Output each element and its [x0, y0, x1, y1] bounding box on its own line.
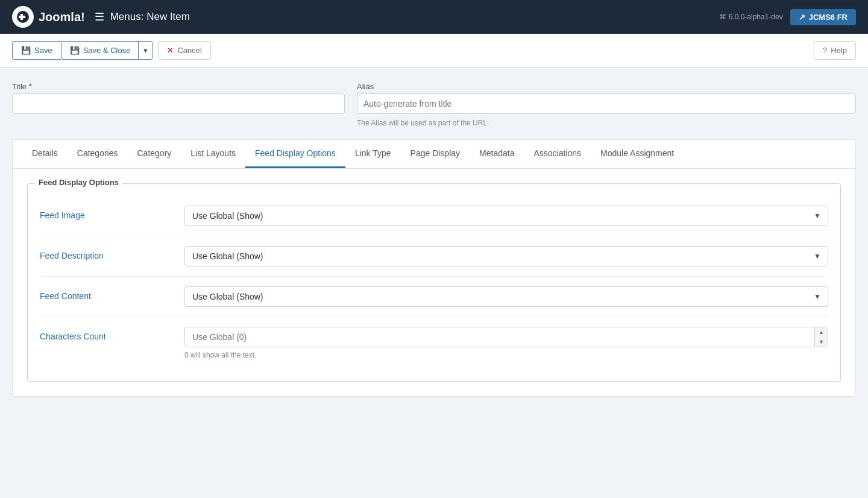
cancel-button[interactable]: ✕ Cancel [158, 41, 210, 60]
main-content: Title * Alias The Alias will be used as … [0, 68, 868, 411]
characters-count-input[interactable] [184, 327, 828, 347]
tab-strip: Details Categories Category List Layouts… [12, 139, 856, 168]
tab-feed-display-options[interactable]: Feed Display Options [245, 140, 345, 168]
save-button[interactable]: 💾 Save [12, 41, 61, 60]
feed-image-row: Feed Image Use Global (Show) Show Hide ▼ [40, 196, 828, 236]
alias-group: Alias The Alias will be used as part of … [357, 82, 856, 127]
navbar-title: ☰ Menus: New Item [95, 10, 190, 24]
title-group: Title * [12, 82, 345, 127]
alias-label: Alias [357, 82, 856, 91]
user-button[interactable]: ↗ JCMS6 FR [790, 9, 856, 25]
feed-image-field: Use Global (Show) Show Hide ▼ [184, 206, 828, 226]
alias-input[interactable] [357, 93, 856, 114]
save-icon: 💾 [21, 46, 31, 55]
tab-page-display[interactable]: Page Display [401, 140, 470, 168]
joomla-logo: Joomla! [12, 6, 85, 28]
save-icon2: 💾 [70, 46, 80, 55]
tab-category[interactable]: Category [128, 140, 181, 168]
save-button-group: 💾 Save 💾 Save & Close ▾ [12, 41, 153, 60]
tab-categories[interactable]: Categories [68, 140, 128, 168]
feed-content-label: Feed Content [40, 286, 172, 301]
tab-link-type[interactable]: Link Type [345, 140, 401, 168]
feed-content-select-wrapper: Use Global (Show) Show Hide ▼ [184, 286, 828, 307]
navbar: Joomla! ☰ Menus: New Item ⌘ 6.0.0-alpha1… [0, 0, 868, 34]
fieldset-legend: Feed Display Options [35, 178, 122, 187]
title-label: Title * [12, 82, 345, 91]
tab-list-layouts[interactable]: List Layouts [181, 140, 245, 168]
toolbar-buttons: 💾 Save 💾 Save & Close ▾ ✕ Cancel [12, 41, 211, 60]
spin-buttons: ▲ ▼ [814, 327, 828, 347]
spin-up-button[interactable]: ▲ [815, 327, 828, 337]
feed-display-fieldset: Feed Display Options Feed Image Use Glob… [27, 183, 841, 382]
alias-hint: The Alias will be used as part of the UR… [357, 119, 856, 127]
characters-count-label: Characters Count [40, 327, 172, 341]
characters-count-field: ▲ ▼ 0 will show all the text. [184, 327, 828, 359]
title-input[interactable] [12, 93, 345, 114]
help-button[interactable]: ? Help [814, 41, 856, 60]
feed-content-row: Feed Content Use Global (Show) Show Hide… [40, 277, 828, 317]
characters-count-input-wrapper: ▲ ▼ [184, 327, 828, 347]
save-close-button[interactable]: 💾 Save & Close [61, 41, 139, 60]
tab-metadata[interactable]: Metadata [470, 140, 524, 168]
user-label: JCMS6 FR [809, 13, 848, 22]
form-header: Title * Alias The Alias will be used as … [12, 82, 856, 127]
feed-content-field: Use Global (Show) Show Hide ▼ [184, 286, 828, 307]
help-icon: ? [823, 46, 827, 55]
characters-count-hint: 0 will show all the text. [184, 351, 828, 359]
hamburger-icon: ☰ [95, 10, 104, 24]
characters-count-row: Characters Count ▲ ▼ 0 will show all the… [40, 317, 828, 369]
joomla-logo-text: Joomla! [39, 10, 85, 24]
page-title: Menus: New Item [110, 11, 190, 23]
cancel-label: Cancel [177, 46, 201, 55]
help-label: Help [831, 46, 847, 55]
spin-down-button[interactable]: ▼ [815, 337, 828, 347]
feed-content-select[interactable]: Use Global (Show) Show Hide [184, 286, 828, 307]
save-close-label: Save & Close [83, 46, 131, 55]
tab-details[interactable]: Details [22, 140, 68, 168]
tab-module-assignment[interactable]: Module Assignment [591, 140, 684, 168]
feed-description-select[interactable]: Use Global (Show) Show Hide [184, 246, 828, 266]
save-label: Save [34, 46, 52, 55]
save-dropdown-button[interactable]: ▾ [138, 41, 153, 60]
version-badge: ⌘ 6.0.0-alpha1-dev [719, 13, 782, 21]
feed-description-field: Use Global (Show) Show Hide ▼ [184, 246, 828, 266]
toolbar: 💾 Save 💾 Save & Close ▾ ✕ Cancel ? Help [0, 34, 868, 68]
feed-image-select[interactable]: Use Global (Show) Show Hide [184, 206, 828, 226]
feed-image-label: Feed Image [40, 206, 172, 220]
user-icon: ↗ [799, 13, 805, 22]
feed-description-select-wrapper: Use Global (Show) Show Hide ▼ [184, 246, 828, 266]
joomla-icon [12, 6, 34, 28]
feed-description-row: Feed Description Use Global (Show) Show … [40, 236, 828, 277]
cancel-icon: ✕ [167, 46, 174, 55]
chevron-down-icon: ▾ [143, 46, 148, 55]
feed-image-select-wrapper: Use Global (Show) Show Hide ▼ [184, 206, 828, 226]
tab-associations[interactable]: Associations [524, 140, 591, 168]
navbar-left: Joomla! ☰ Menus: New Item [12, 6, 190, 28]
feed-description-label: Feed Description [40, 246, 172, 260]
navbar-right: ⌘ 6.0.0-alpha1-dev ↗ JCMS6 FR [719, 9, 856, 25]
tab-panel-feed-display-options: Feed Display Options Feed Image Use Glob… [12, 168, 856, 397]
